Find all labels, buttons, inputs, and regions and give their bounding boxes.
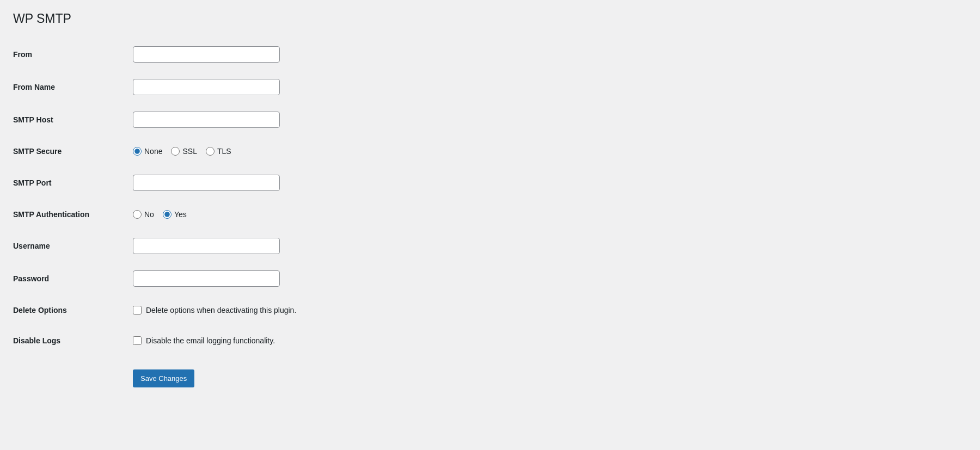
from-input[interactable] [133, 46, 280, 63]
smtp-auth-radio-group: No Yes [133, 210, 498, 219]
delete-options-checkbox[interactable] [133, 306, 142, 315]
from-row: From [13, 38, 503, 71]
from-label: From [13, 38, 133, 71]
smtp-host-row: SMTP Host [13, 103, 503, 136]
from-name-label: From Name [13, 71, 133, 103]
smtp-secure-none-radio[interactable] [133, 147, 142, 156]
smtp-auth-no-text: No [144, 210, 154, 219]
disable-logs-row: Disable Logs Disable the email logging f… [13, 325, 503, 356]
from-name-row: From Name [13, 71, 503, 103]
delete-options-checkbox-label[interactable]: Delete options when deactivating this pl… [133, 306, 498, 315]
smtp-auth-yes-text: Yes [174, 210, 187, 219]
username-label: Username [13, 230, 133, 262]
password-row: Password [13, 262, 503, 295]
smtp-secure-ssl-label[interactable]: SSL [171, 147, 197, 156]
smtp-auth-label: SMTP Authentication [13, 199, 133, 230]
smtp-auth-row: SMTP Authentication No Yes [13, 199, 503, 230]
delete-options-row: Delete Options Delete options when deact… [13, 295, 503, 325]
save-changes-button[interactable]: Save Changes [133, 369, 194, 388]
smtp-secure-label: SMTP Secure [13, 136, 133, 167]
settings-form: From From Name SMTP Host SMTP Secure [13, 38, 503, 396]
smtp-secure-tls-radio[interactable] [206, 147, 215, 156]
password-input[interactable] [133, 270, 280, 287]
smtp-host-label: SMTP Host [13, 103, 133, 136]
username-input[interactable] [133, 238, 280, 254]
from-name-input[interactable] [133, 79, 280, 95]
username-row: Username [13, 230, 503, 262]
smtp-auth-no-radio[interactable] [133, 210, 142, 219]
disable-logs-checkbox-label[interactable]: Disable the email logging functionality. [133, 336, 498, 345]
smtp-secure-ssl-text: SSL [182, 147, 197, 156]
smtp-secure-tls-label[interactable]: TLS [206, 147, 231, 156]
smtp-port-input[interactable] [133, 175, 280, 191]
smtp-auth-yes-radio[interactable] [163, 210, 171, 219]
smtp-secure-row: SMTP Secure None SSL TLS [13, 136, 503, 167]
smtp-secure-radio-group: None SSL TLS [133, 147, 498, 156]
smtp-secure-none-text: None [144, 147, 162, 156]
smtp-auth-no-label[interactable]: No [133, 210, 154, 219]
smtp-secure-none-label[interactable]: None [133, 147, 162, 156]
smtp-auth-yes-label[interactable]: Yes [163, 210, 187, 219]
delete-options-label: Delete Options [13, 295, 133, 325]
disable-logs-checkbox[interactable] [133, 336, 142, 345]
page-title: WP SMTP [13, 11, 967, 27]
smtp-secure-tls-text: TLS [217, 147, 231, 156]
submit-spacer [13, 356, 133, 396]
disable-logs-text: Disable the email logging functionality. [146, 336, 275, 345]
disable-logs-label: Disable Logs [13, 325, 133, 356]
smtp-host-input[interactable] [133, 112, 280, 128]
smtp-port-label: SMTP Port [13, 167, 133, 199]
smtp-secure-ssl-radio[interactable] [171, 147, 180, 156]
delete-options-text: Delete options when deactivating this pl… [146, 306, 296, 315]
submit-row: Save Changes [13, 356, 503, 396]
smtp-port-row: SMTP Port [13, 167, 503, 199]
password-label: Password [13, 262, 133, 295]
